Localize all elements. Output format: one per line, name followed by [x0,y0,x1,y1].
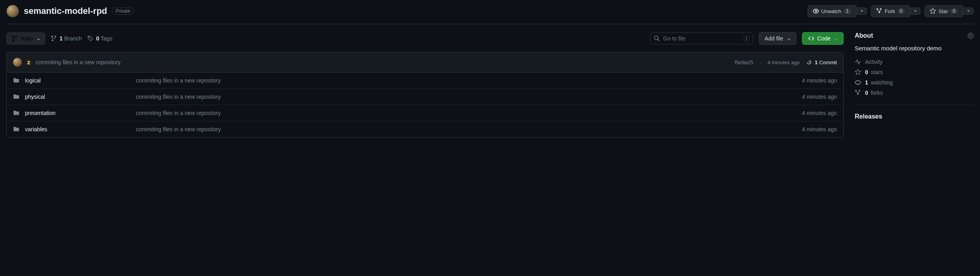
fork-button[interactable]: Fork 0 [871,5,910,17]
commit-author-avatar[interactable] [13,58,22,67]
watching-count: 1 [865,79,868,86]
fork-caret[interactable] [910,8,921,15]
add-file-label: Add file [765,35,783,42]
sep: · [760,59,761,65]
commit-message[interactable]: commiting files in a new repository [36,59,121,65]
chevron-down-icon [834,35,838,42]
chevron-down-icon [787,35,791,42]
branch-name: main [21,35,33,42]
stars-label: stars [871,69,883,75]
table-row[interactable]: presentation commiting files in a new re… [7,105,843,121]
code-label: Code [817,35,831,42]
file-time: 4 minutes ago [802,126,837,132]
watching-label: watching [871,79,893,86]
fork-icon [876,8,882,14]
stars-count: 0 [865,69,868,75]
tags-link[interactable]: 0 Tags [87,35,112,42]
fork-count: 0 [898,8,905,14]
commit-sha[interactable]: f5e9a25 [735,59,753,65]
table-row[interactable]: physical commiting files in a new reposi… [7,89,843,105]
commits-count: 1 [815,59,817,65]
unwatch-group[interactable]: Unwatch 1 [808,5,867,17]
branches-label: Branch [64,35,82,42]
about-heading: About [855,32,873,39]
search-icon [654,35,660,42]
unwatch-button[interactable]: Unwatch 1 [808,5,856,17]
file-search-input[interactable] [663,35,741,42]
releases-heading: Releases [855,113,974,120]
star-group[interactable]: Star 0 [924,5,974,17]
tags-count: 0 [96,35,99,42]
gear-icon[interactable] [967,33,974,39]
code-icon [808,35,814,42]
repo-name-link[interactable]: semantic-model-rpd [24,6,107,16]
branch-icon [11,35,18,42]
file-name[interactable]: variables [25,126,136,132]
file-name[interactable]: physical [25,94,136,100]
folder-icon [13,77,19,84]
commit-time: 4 minutes ago [768,59,800,65]
file-search[interactable]: t [650,33,753,44]
file-commit-msg[interactable]: commiting files in a new repository [136,77,802,84]
latest-commit-row[interactable]: z commiting files in a new repository f5… [7,52,843,73]
star-caret[interactable] [963,8,974,15]
search-kbd: t [744,36,750,41]
chevron-down-icon [36,35,40,42]
tags-label: Tags [101,35,113,42]
visibility-badge: Private [112,8,134,15]
add-file-button[interactable]: Add file [759,32,796,45]
file-time: 4 minutes ago [802,77,837,84]
file-commit-msg[interactable]: commiting files in a new repository [136,110,802,116]
folder-icon [13,110,19,116]
file-time: 4 minutes ago [802,94,837,100]
file-name[interactable]: presentation [25,110,136,116]
star-count: 0 [950,8,958,14]
forks-count: 0 [865,90,868,96]
branch-icon [51,35,57,42]
star-icon [930,8,936,14]
owner-avatar[interactable] [6,5,19,17]
star-icon [855,69,861,75]
table-row[interactable]: variables commiting files in a new repos… [7,121,843,137]
activity-link[interactable]: Activity [855,59,974,65]
unwatch-caret[interactable] [856,8,867,15]
repo-description: Semantic model repository demo [855,45,974,52]
file-list: z commiting files in a new repository f5… [6,52,844,138]
forks-label: forks [871,90,883,96]
table-row[interactable]: logical commiting files in a new reposit… [7,73,843,89]
file-commit-msg[interactable]: commiting files in a new repository [136,94,802,100]
branch-select[interactable]: main [6,33,45,44]
fork-icon [855,90,861,96]
branches-link[interactable]: 1 Branch [51,35,82,42]
tag-icon [87,35,94,42]
history-icon [806,59,812,65]
commits-link[interactable]: 1 Commit [806,59,837,65]
branches-count: 1 [59,35,63,42]
folder-icon [13,126,19,132]
activity-icon [855,59,861,65]
file-commit-msg[interactable]: commiting files in a new repository [136,126,802,132]
folder-icon [13,94,19,100]
code-button[interactable]: Code [802,32,844,45]
commits-label: Commit [819,59,837,65]
stars-link[interactable]: 0 stars [855,69,974,75]
star-label: Star [938,8,948,14]
star-button[interactable]: Star 0 [924,5,963,17]
eye-icon [813,8,819,14]
fork-group[interactable]: Fork 0 [871,5,921,17]
fork-label: Fork [885,8,895,14]
file-time: 4 minutes ago [802,110,837,116]
eye-icon [855,79,861,86]
unwatch-label: Unwatch [821,8,842,14]
unwatch-count: 1 [844,8,851,14]
watching-link[interactable]: 1 watching [855,79,974,86]
file-name[interactable]: logical [25,77,136,84]
activity-label: Activity [865,59,882,65]
forks-link[interactable]: 0 forks [855,90,974,96]
commit-author[interactable]: z [26,59,32,65]
